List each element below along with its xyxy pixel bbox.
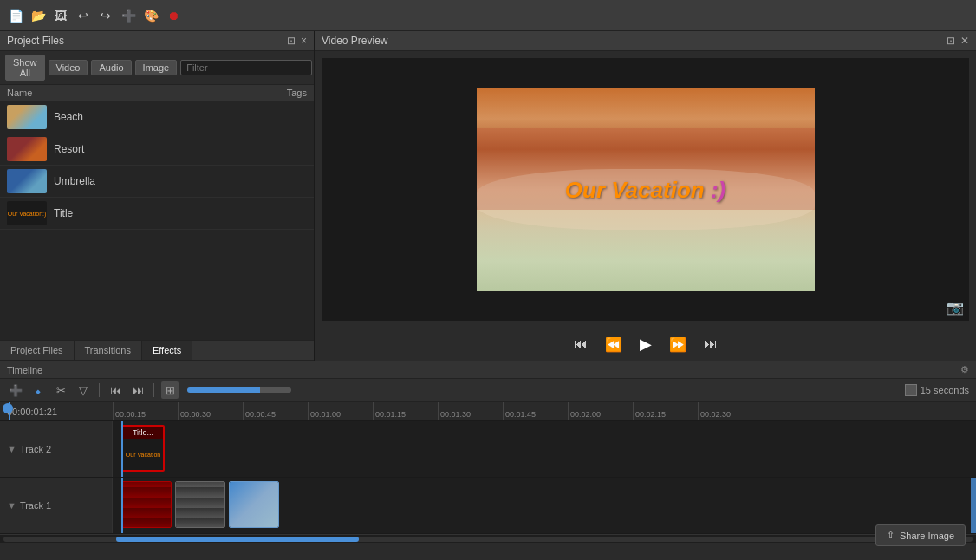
redo-icon[interactable]: ↪	[97, 7, 114, 24]
track-2-content[interactable]: Title... Our Vacation	[113, 421, 976, 477]
track2-playhead	[121, 421, 123, 477]
video-preview-header: Video Preview ⊡ ✕	[315, 31, 976, 51]
timeline-header: Timeline ⚙	[0, 361, 976, 379]
scrollbar-track[interactable]	[3, 537, 973, 542]
close-panel-icon[interactable]: ×	[301, 35, 307, 47]
ruler-mark: 00:00:30	[178, 402, 243, 420]
open-folder-icon[interactable]: 📂	[29, 7, 47, 24]
undo-icon[interactable]: ↩	[75, 7, 92, 24]
track-scroll-indicator	[971, 478, 976, 533]
right-panel: Video Preview ⊡ ✕ Our Vacation :) 📷	[315, 31, 976, 361]
list-item[interactable]: Resort	[0, 133, 314, 166]
new-file-icon[interactable]: 📄	[7, 7, 24, 24]
track-2-name: Track 2	[20, 444, 51, 454]
tab-project-files[interactable]: Project Files	[0, 341, 75, 360]
timecode-display: 00:00:01:21	[7, 407, 57, 417]
skip-to-start-button[interactable]: ⏮	[570, 335, 591, 354]
title-clip[interactable]: Title... Our Vacation	[121, 425, 165, 472]
record-icon[interactable]: ⏺	[165, 7, 182, 24]
share-label: Share Image	[900, 531, 954, 541]
column-name: Name	[7, 88, 237, 98]
fullscreen-icon[interactable]: ⊡	[947, 35, 955, 47]
filter-input[interactable]	[180, 60, 312, 75]
share-icon: ⇧	[887, 530, 895, 541]
image-filter-button[interactable]: Image	[135, 60, 178, 75]
list-item[interactable]: Our Vacation:) Title	[0, 198, 314, 230]
detach-icon[interactable]: ⊡	[287, 35, 296, 47]
share-image-button[interactable]: ⇧ Share Image	[875, 524, 966, 546]
list-item[interactable]: Umbrella	[0, 166, 314, 198]
ripple-edit-icon[interactable]: ⬥	[29, 381, 47, 399]
track-2-label: ▼ Track 2	[0, 421, 113, 477]
file-name-beach: Beach	[54, 111, 83, 123]
file-name-title: Title	[54, 207, 73, 219]
next-marker-icon[interactable]: ⏭	[129, 381, 146, 399]
left-panel-header: Project Files ⊡ ×	[0, 31, 314, 51]
skip-to-end-button[interactable]: ⏭	[700, 335, 721, 354]
title-clip-thumb: Our Vacation	[123, 439, 163, 470]
toolbar-separator	[99, 383, 100, 397]
add-clip-icon[interactable]: ➕	[120, 7, 137, 24]
filter-timeline-icon[interactable]: ▽	[75, 381, 92, 399]
tab-transitions[interactable]: Transitions	[75, 341, 142, 360]
ruler-mark: 00:00:15	[113, 402, 178, 420]
snapshot-icon[interactable]: 📷	[947, 299, 964, 316]
fast-forward-button[interactable]: ⏩	[666, 335, 690, 355]
video-controls: ⏮ ⏪ ▶ ⏩ ⏭	[315, 328, 976, 361]
timeline-ruler[interactable]: 00:00:01:21 00:00:15 00:00:30 00:00:45 0…	[0, 402, 976, 421]
track-1-collapse-icon[interactable]: ▼	[7, 500, 16, 511]
effects-icon[interactable]: 🎨	[142, 7, 159, 24]
file-list-header: Name Tags	[0, 85, 314, 101]
cut-icon[interactable]: ✂	[52, 381, 69, 399]
video-clip-1[interactable]	[121, 481, 172, 528]
file-list: Beach Resort Umbrella Our Vacation:) Tit…	[0, 101, 314, 340]
track-1-content[interactable]	[113, 478, 976, 533]
file-name-resort: Resort	[54, 143, 84, 155]
zoom-label: 15 seconds	[905, 384, 969, 396]
file-name-umbrella: Umbrella	[54, 175, 95, 187]
video-clip-2[interactable]	[175, 481, 225, 528]
file-thumbnail-umbrella	[7, 169, 47, 193]
scrollbar-thumb[interactable]	[116, 537, 359, 542]
rewind-button[interactable]: ⏪	[602, 335, 626, 355]
timeline-title: Timeline	[7, 365, 42, 375]
play-button[interactable]: ▶	[636, 333, 655, 355]
file-thumbnail-beach	[7, 105, 47, 129]
close-preview-icon[interactable]: ✕	[960, 35, 969, 47]
project-files-title: Project Files	[7, 35, 64, 47]
prev-marker-icon[interactable]: ⏮	[107, 381, 124, 399]
ruler-mark: 00:01:30	[438, 402, 503, 420]
ruler-mark: 00:00:45	[243, 402, 308, 420]
ruler-mark: 00:02:30	[698, 402, 763, 420]
top-toolbar: 📄 📂 🖼 ↩ ↪ ➕ 🎨 ⏺	[0, 0, 976, 31]
file-thumbnail-title: Our Vacation:)	[7, 201, 47, 225]
track1-playhead	[121, 478, 123, 533]
ruler-mark: 00:02:00	[568, 402, 633, 420]
tracks-area: ▼ Track 2 Title... Our Vacation ▼ Track …	[0, 421, 976, 560]
video-clip-3[interactable]	[229, 481, 279, 528]
screenshot-icon[interactable]: 🖼	[52, 7, 69, 24]
track-2-row: ▼ Track 2 Title... Our Vacation	[0, 421, 976, 478]
video-preview-title: Video Preview	[322, 35, 388, 47]
track-1-label: ▼ Track 1	[0, 478, 113, 533]
ruler-mark: 00:01:45	[503, 402, 568, 420]
track-1-row: ▼ Track 1	[0, 478, 976, 534]
track-1-name: Track 1	[20, 500, 51, 511]
timeline-toolbar: ➕ ⬥ ✂ ▽ ⏮ ⏭ ⊞ 15 seconds	[0, 379, 976, 402]
filter-row: Show All Video Audio Image ✕	[0, 51, 314, 85]
ruler-playhead-diamond	[3, 403, 13, 413]
audio-filter-button[interactable]: Audio	[91, 60, 131, 75]
tab-effects[interactable]: Effects	[142, 341, 192, 360]
add-track-icon[interactable]: ➕	[7, 381, 24, 399]
list-item[interactable]: Beach	[0, 101, 314, 133]
show-all-button[interactable]: Show All	[5, 55, 45, 81]
video-filter-button[interactable]: Video	[49, 60, 88, 75]
snap-icon[interactable]: ⊞	[161, 381, 179, 399]
zoom-slider[interactable]	[187, 387, 291, 393]
left-tabs: Project Files Transitions Effects	[0, 340, 314, 361]
timeline-scrollbar[interactable]	[0, 534, 976, 543]
left-panel: Project Files ⊡ × Show All Video Audio I…	[0, 31, 315, 361]
track-2-collapse-icon[interactable]: ▼	[7, 444, 16, 454]
timeline-settings-icon[interactable]: ⚙	[960, 364, 969, 375]
video-overlay-text: Our Vacation :)	[565, 176, 725, 203]
